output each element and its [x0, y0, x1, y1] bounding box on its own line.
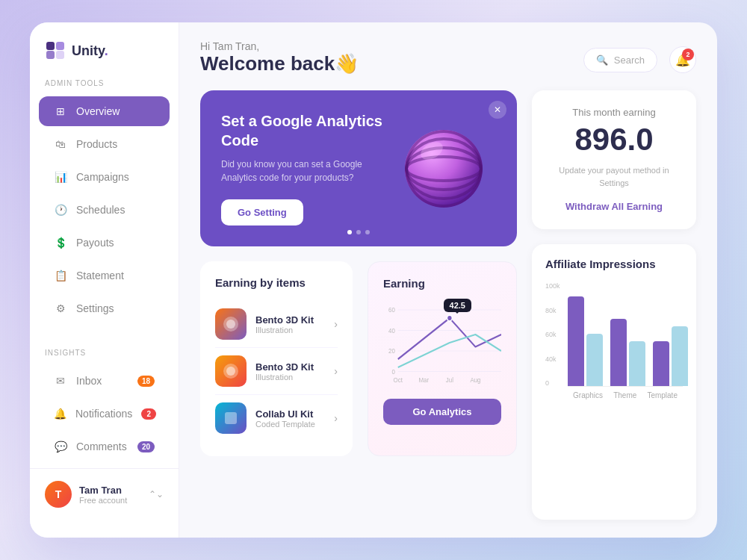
sidebar-label-products: Products	[76, 138, 117, 150]
svg-text:Jul: Jul	[446, 376, 453, 384]
earning-summary-sub: Update your payout method in Settings	[548, 164, 680, 189]
logo-icon	[45, 40, 66, 61]
sidebar-item-statement[interactable]: 📋 Statement	[39, 261, 170, 290]
user-area[interactable]: T Tam Tran Free account ⌃⌄	[30, 468, 179, 520]
logo-area: Unity.	[30, 40, 179, 79]
chevron-icon: ⌃⌄	[149, 489, 164, 500]
sidebar-item-comments[interactable]: 💬 Comments 20	[39, 432, 170, 461]
notification-button[interactable]: 🔔 2	[669, 46, 696, 73]
svg-text:0: 0	[391, 367, 395, 376]
admin-section-label: Admin tools	[30, 79, 179, 95]
greeting-main: Welcome back👋	[200, 52, 359, 75]
sidebar-item-campaigns[interactable]: 📊 Campaigns	[39, 162, 170, 192]
user-plan: Free account	[79, 496, 141, 505]
gear-icon: ⚙	[54, 302, 67, 315]
table-row[interactable]: Collab UI Kit Coded Template ›	[215, 395, 338, 441]
bar-template-light	[672, 326, 688, 386]
svg-text:20: 20	[388, 347, 395, 355]
sidebar-item-inbox[interactable]: ✉ Inbox 18	[39, 366, 170, 396]
main-content: Hi Tam Tran, Welcome back👋 🔍 Search 🔔 2	[179, 22, 717, 538]
sidebar-label-notifications: Notifications	[75, 408, 132, 420]
sidebar-label-schedules: Schedules	[76, 204, 125, 216]
svg-text:40: 40	[388, 326, 395, 335]
impressions-title: Affiliate Impressions	[545, 258, 683, 270]
search-box[interactable]: 🔍 Search	[583, 48, 657, 72]
table-row[interactable]: Bento 3D Kit Illustration ›	[215, 348, 338, 395]
item-arrow-3: ›	[334, 412, 338, 424]
go-setting-button[interactable]: Go Setting	[221, 199, 303, 225]
item-thumb-bento2	[215, 355, 247, 387]
svg-text:Mar: Mar	[419, 376, 430, 384]
banner-content: Set a Google Analytics Code Did you know…	[221, 111, 391, 225]
dot-3	[365, 230, 370, 234]
item-type-3: Coded Template	[255, 420, 325, 429]
inbox-badge: 18	[137, 376, 155, 387]
earning-items-card: Earning by items Bento 3D Kit Illustrati…	[200, 261, 353, 456]
sidebar-item-schedules[interactable]: 🕐 Schedules	[39, 195, 170, 225]
bar-template-purple	[653, 341, 669, 386]
svg-rect-0	[46, 51, 55, 59]
affiliate-impressions-card: Affiliate Impressions 100k 80k 60k 40k 0	[532, 244, 696, 520]
sidebar-item-payouts[interactable]: 💲 Payouts	[39, 228, 170, 258]
bar-theme-purple	[610, 319, 627, 386]
avatar: T	[45, 481, 72, 508]
banner-close-button[interactable]: ✕	[489, 101, 506, 119]
sidebar-label-campaigns: Campaigns	[76, 171, 129, 183]
svg-point-14	[226, 367, 235, 376]
item-info-1: Bento 3D Kit Illustration	[255, 314, 325, 335]
notifications-badge: 2	[141, 408, 156, 420]
dot-1	[347, 230, 352, 234]
clock-icon: 🕐	[54, 203, 67, 217]
sidebar-label-overview: Overview	[76, 105, 120, 117]
file-icon: 📋	[54, 269, 67, 282]
earning-chart-card: Earning 42.5	[368, 261, 517, 456]
y-label-0: 0	[545, 379, 560, 387]
banner-card: Set a Google Analytics Code Did you know…	[200, 90, 517, 246]
sidebar-item-products[interactable]: 🛍 Products	[39, 129, 170, 159]
sidebar-item-settings[interactable]: ⚙ Settings	[39, 293, 170, 323]
top-bar: Hi Tam Tran, Welcome back👋 🔍 Search 🔔 2	[179, 22, 717, 75]
greeting-sub: Hi Tam Tran,	[200, 40, 359, 52]
notification-count: 2	[682, 49, 694, 60]
dollar-icon: 💲	[54, 236, 67, 249]
item-thumb-bento1	[215, 308, 247, 340]
table-row[interactable]: Bento 3D Kit Illustration ›	[215, 301, 338, 348]
item-type-2: Illustration	[255, 373, 325, 382]
svg-rect-3	[46, 42, 55, 50]
bar-chart-area: 100k 80k 60k 40k 0	[545, 282, 683, 402]
sidebar-item-overview[interactable]: ⊞ Overview	[39, 96, 170, 126]
earning-summary-card: This month earning 896.0 Update your pay…	[532, 90, 696, 229]
grid-icon: ⊞	[54, 105, 67, 118]
bar-graphics-light	[586, 334, 603, 386]
dot-2	[356, 230, 361, 234]
inbox-icon: ✉	[54, 374, 67, 388]
withdraw-all-link[interactable]: Withdraw All Earning	[565, 201, 663, 212]
logo-text: Unity.	[72, 43, 108, 59]
barchart-icon: 📊	[54, 170, 67, 184]
svg-text:Oct: Oct	[394, 376, 403, 384]
line-chart: 60 40 20 0 Oct Mar Jul Aug	[383, 302, 501, 384]
sidebar-item-notifications[interactable]: 🔔 Notifications 2	[39, 399, 170, 429]
sidebar-label-settings: Settings	[76, 302, 114, 314]
bar-group-template	[653, 326, 688, 386]
go-analytics-button[interactable]: Go Analytics	[383, 399, 501, 425]
banner-title: Set a Google Analytics Code	[221, 111, 391, 150]
left-column: Set a Google Analytics Code Did you know…	[200, 90, 517, 520]
sidebar: Unity. Admin tools ⊞ Overview 🛍 Products…	[30, 22, 179, 538]
item-info-3: Collab UI Kit Coded Template	[255, 408, 325, 429]
y-label-60k: 60k	[545, 331, 560, 338]
bar-theme-light	[629, 341, 645, 386]
banner-description: Did you know you can set a Google Analyt…	[221, 158, 391, 184]
earning-summary-amount: 896.0	[548, 124, 680, 155]
earning-summary-label: This month earning	[548, 107, 680, 118]
svg-rect-15	[225, 412, 237, 424]
greeting: Hi Tam Tran, Welcome back👋	[200, 40, 359, 75]
svg-text:60: 60	[388, 306, 395, 314]
sidebar-label-inbox: Inbox	[76, 375, 102, 387]
y-label-40k: 40k	[545, 355, 560, 363]
bar-graphics-purple	[568, 296, 584, 386]
item-arrow-1: ›	[334, 318, 338, 330]
x-axis: Graphics Theme Template	[568, 387, 683, 399]
chart-area: 42.5	[383, 302, 501, 384]
bell-icon: 🔔	[54, 407, 66, 420]
